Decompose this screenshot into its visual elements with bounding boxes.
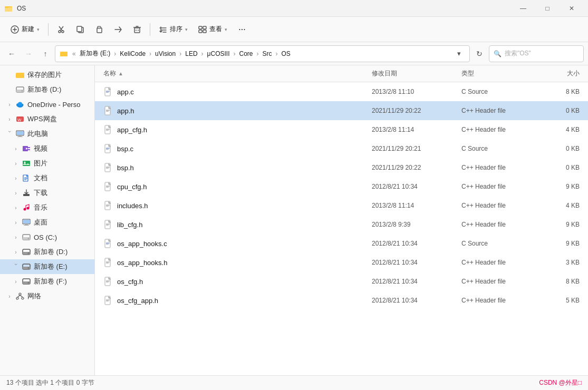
- file-row[interactable]: lib_cfg.h 2013/2/8 9:39 C++ Header file …: [95, 215, 588, 234]
- file-type-icon: [103, 182, 113, 191]
- sidebar-item-network[interactable]: › 网络: [0, 289, 94, 304]
- path-part-6[interactable]: Src: [261, 50, 273, 58]
- svg-rect-7: [77, 26, 82, 32]
- path-part-2[interactable]: uVision: [153, 50, 177, 58]
- minimize-button[interactable]: —: [511, 0, 535, 17]
- forward-button[interactable]: →: [21, 46, 36, 61]
- address-path-box[interactable]: « 新加卷 (E:) › KeliCode › uVision › LED › …: [55, 45, 470, 62]
- expand-placeholder: [6, 86, 13, 93]
- file-date: 2021/11/29 20:22: [368, 164, 457, 171]
- file-name: os_app_hooks.c: [99, 239, 368, 248]
- sidebar-item-music[interactable]: › 音乐: [0, 200, 94, 215]
- sidebar-item-drivef[interactable]: › 新加卷 (F:): [0, 274, 94, 289]
- file-icon: [104, 277, 112, 286]
- folder-icon: [16, 71, 24, 79]
- sidebar-item-drivee[interactable]: › 新加卷 (E:): [0, 259, 94, 274]
- sidebar-item-download[interactable]: › 下载: [0, 186, 94, 200]
- col-date[interactable]: 修改日期: [368, 69, 457, 78]
- up-button[interactable]: ↑: [38, 46, 53, 61]
- file-type-icon: [103, 106, 113, 115]
- back-button[interactable]: ←: [4, 46, 19, 61]
- col-type[interactable]: 类型: [457, 69, 542, 78]
- file-icon: [104, 201, 112, 210]
- file-type-icon: [103, 125, 113, 134]
- sidebar-item-osc[interactable]: › OS (C:): [0, 230, 94, 245]
- computer-icon: [16, 130, 24, 138]
- share-button[interactable]: [110, 20, 127, 39]
- path-parts: « 新加卷 (E:) › KeliCode › uVision › LED › …: [60, 48, 452, 58]
- file-type-icon: [103, 87, 113, 96]
- cut-button[interactable]: [53, 20, 70, 39]
- file-row[interactable]: app_cfg.h 2013/2/8 11:14 C++ Header file…: [95, 120, 588, 139]
- sidebar-item-drive-d[interactable]: 新加卷 (D:): [0, 82, 94, 97]
- svg-rect-38: [28, 147, 30, 148]
- sidebar-item-wps[interactable]: › W WPS网盘: [0, 112, 94, 126]
- drive-icon: [22, 248, 31, 256]
- file-type-icon: [103, 239, 113, 248]
- svg-rect-17: [199, 30, 202, 33]
- sort-chevron: ▾: [185, 27, 188, 32]
- sidebar-item-thispc[interactable]: › 此电脑: [0, 126, 94, 141]
- sidebar-item-picture[interactable]: › 图片: [0, 156, 94, 171]
- file-row[interactable]: cpu_cfg.h 2012/8/21 10:34 C++ Header fil…: [95, 177, 588, 196]
- new-button[interactable]: 新建 ▾: [6, 20, 44, 39]
- file-date: 2013/2/8 11:14: [368, 202, 457, 209]
- view-button[interactable]: 查看 ▾: [194, 20, 232, 39]
- file-row[interactable]: os_cfg_app.h 2012/8/21 10:34 C++ Header …: [95, 291, 588, 310]
- col-size[interactable]: 大小: [542, 69, 584, 78]
- path-dropdown-button[interactable]: ▾: [452, 45, 465, 62]
- sort-button[interactable]: 排序 ▾: [155, 20, 192, 39]
- file-row[interactable]: os_app_hooks.h 2012/8/21 10:34 C++ Heade…: [95, 253, 588, 272]
- expand-icon: ›: [6, 293, 13, 299]
- drive-icon: [22, 262, 31, 271]
- path-part-7[interactable]: OS: [279, 50, 292, 58]
- file-size: 0 KB: [542, 107, 584, 114]
- sidebar-label: 下载: [34, 188, 47, 198]
- sidebar-item-saved-pictures[interactable]: 保存的图片: [0, 67, 94, 82]
- sidebar-item-document[interactable]: › 文档: [0, 171, 94, 186]
- file-row[interactable]: bsp.h 2021/11/29 20:22 C++ Header file 0…: [95, 158, 588, 177]
- refresh-button[interactable]: ↻: [472, 46, 487, 61]
- svg-rect-40: [23, 161, 30, 166]
- file-type-icon: [103, 258, 113, 267]
- drive-icon: [22, 277, 31, 286]
- copy-button[interactable]: [72, 20, 89, 39]
- file-date: 2012/8/21 10:34: [368, 297, 457, 304]
- sidebar-label: OneDrive - Perso: [27, 101, 80, 109]
- svg-point-59: [28, 252, 30, 254]
- picture-icon: [22, 159, 31, 168]
- col-name[interactable]: 名称 ▲: [99, 69, 368, 78]
- path-part-3[interactable]: LED: [184, 50, 199, 58]
- expand-icon: ›: [13, 278, 19, 285]
- expand-icon: ›: [13, 219, 19, 226]
- file-type: C++ Header file: [457, 221, 542, 228]
- file-type-icon: [103, 220, 113, 229]
- search-box[interactable]: 🔍 搜索"OS": [489, 45, 584, 62]
- more-button[interactable]: ···: [234, 21, 250, 38]
- svg-point-29: [18, 102, 22, 106]
- desktop-icon: [22, 218, 31, 227]
- sidebar: 保存的图片 新加卷 (D:) › OneDrive - Perso › W WP…: [0, 65, 95, 375]
- sidebar-item-onedrive[interactable]: › OneDrive - Perso: [0, 97, 94, 112]
- file-row[interactable]: os_cfg.h 2012/8/21 10:34 C++ Header file…: [95, 272, 588, 291]
- file-row[interactable]: includes.h 2013/2/8 11:14 C++ Header fil…: [95, 196, 588, 215]
- svg-line-69: [17, 295, 20, 297]
- path-part-1[interactable]: KeliCode: [118, 50, 147, 58]
- maximize-button[interactable]: □: [535, 0, 560, 17]
- file-icon: [104, 239, 112, 248]
- close-button[interactable]: ✕: [560, 0, 584, 17]
- sidebar-label: WPS网盘: [27, 114, 57, 124]
- svg-point-25: [22, 90, 23, 92]
- sidebar-item-desktop[interactable]: › 桌面: [0, 215, 94, 230]
- file-row[interactable]: app.h 2021/11/29 20:22 C++ Header file 0…: [95, 101, 588, 120]
- paste-button[interactable]: [91, 20, 108, 39]
- sidebar-item-video[interactable]: › 视频: [0, 141, 94, 156]
- file-row[interactable]: bsp.c 2021/11/29 20:21 C Source 0 KB: [95, 139, 588, 158]
- delete-button[interactable]: [129, 20, 146, 39]
- file-row[interactable]: os_app_hooks.c 2012/8/21 10:34 C Source …: [95, 234, 588, 253]
- file-row[interactable]: app.c 2013/2/8 11:10 C Source 8 KB: [95, 82, 588, 101]
- sidebar-item-drived2[interactable]: › 新加卷 (D:): [0, 245, 94, 259]
- path-part-5[interactable]: Core: [237, 50, 254, 58]
- path-part-0[interactable]: 新加卷 (E:): [78, 48, 112, 58]
- path-part-4[interactable]: μCOSIII: [206, 50, 232, 58]
